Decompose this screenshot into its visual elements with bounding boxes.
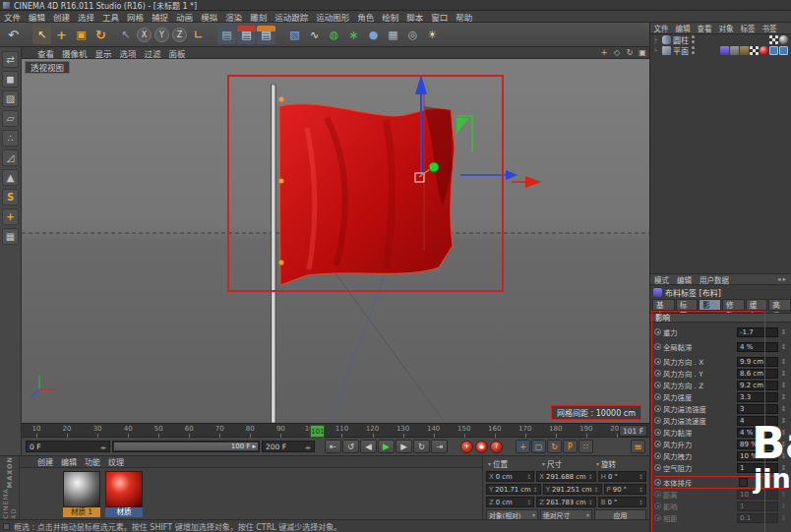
loop-button[interactable]: ↻: [413, 440, 430, 453]
toolbar-separator[interactable]: [111, 26, 115, 44]
animation-circle-icon[interactable]: [654, 502, 661, 509]
timeline-playhead[interactable]: 101: [310, 425, 325, 438]
attribute-tab[interactable]: 影响: [699, 299, 721, 311]
animation-circle-icon[interactable]: [654, 514, 661, 521]
parameter-stepper[interactable]: [780, 328, 787, 336]
menu-item[interactable]: 选择: [74, 11, 98, 23]
menu-item[interactable]: 模拟: [197, 11, 221, 23]
viewport-menu-item[interactable]: 显示: [91, 47, 116, 59]
parameter-value-field[interactable]: 1: [737, 502, 778, 511]
menu-item[interactable]: 网格: [123, 11, 148, 23]
record-parameter-toggle[interactable]: P: [563, 440, 578, 453]
add-primitive-button[interactable]: ▧: [285, 26, 304, 44]
position-field[interactable]: X0 cm↕: [486, 471, 534, 482]
position-field[interactable]: Z0 cm↕: [486, 497, 534, 507]
lock-z-axis-button[interactable]: Z: [172, 28, 187, 42]
menu-item[interactable]: 运动图形: [312, 11, 353, 23]
material-menu-item[interactable]: 纹理: [104, 456, 128, 467]
rotate-view-icon[interactable]: ↻: [625, 47, 635, 58]
parameter-value-field[interactable]: 4 %: [737, 342, 778, 352]
attribute-menu-item[interactable]: 编辑: [673, 274, 696, 285]
make-editable-button[interactable]: ⇄: [2, 51, 19, 68]
phong-tag[interactable]: [730, 46, 739, 55]
animation-circle-icon[interactable]: [654, 358, 661, 365]
parameter-stepper[interactable]: [780, 514, 787, 522]
history-nav-icons[interactable]: ◂▸: [777, 275, 791, 283]
animation-circle-icon[interactable]: [654, 491, 661, 498]
rotation-field[interactable]: P90 °↕: [604, 484, 646, 495]
visibility-dots[interactable]: [691, 46, 696, 55]
parameter-stepper[interactable]: [780, 358, 787, 366]
goto-end-button[interactable]: ⇥: [431, 440, 448, 453]
material-item[interactable]: 材质 1: [63, 471, 100, 517]
material-thumbnail[interactable]: [63, 471, 100, 507]
next-frame-button[interactable]: ▶: [396, 440, 412, 453]
size-field[interactable]: Y291.251 cm↕: [543, 484, 602, 495]
add-spline-button[interactable]: ∿: [305, 26, 324, 44]
animation-circle-icon[interactable]: [654, 328, 661, 335]
points-mode-button[interactable]: ∴: [2, 130, 19, 147]
play-button[interactable]: ▶: [378, 440, 395, 453]
material-menu-item[interactable]: 功能: [81, 456, 104, 467]
viewport-menu-item[interactable]: 选项: [116, 47, 141, 59]
attribute-tab[interactable]: 缓存: [746, 299, 768, 311]
parameter-row[interactable]: 风力强度 3.3: [654, 391, 787, 402]
texture-mode-button[interactable]: ▨: [2, 90, 19, 107]
animation-circle-icon[interactable]: [654, 343, 661, 350]
menu-item[interactable]: 编辑: [25, 11, 49, 23]
parameter-value-field[interactable]: 9.9 cm: [737, 357, 778, 367]
position-field[interactable]: Y201.71 cm↕: [486, 484, 541, 495]
zoom-view-icon[interactable]: ◇: [612, 47, 622, 58]
parameter-value-field[interactable]: 3.3: [737, 392, 778, 402]
lock-y-axis-button[interactable]: Y: [154, 28, 169, 42]
record-keyframe-button[interactable]: +: [460, 441, 473, 453]
viewport-menu-item[interactable]: 摄像机: [58, 47, 91, 59]
enable-snap-button[interactable]: S: [2, 189, 19, 206]
parameter-value-field[interactable]: 3: [737, 404, 778, 414]
animation-circle-icon[interactable]: [654, 417, 661, 424]
parameter-value-field[interactable]: -1.7: [737, 327, 778, 337]
parameter-row[interactable]: 风力方向 . Y 8.6 cm: [654, 368, 787, 379]
texture-checker-tag[interactable]: [750, 46, 759, 55]
undo-button[interactable]: ↶: [4, 26, 23, 44]
material-menu-item[interactable]: 创建: [33, 456, 57, 467]
rotation-field[interactable]: H0 °↕: [598, 471, 646, 482]
add-light-button[interactable]: ☀: [423, 26, 442, 44]
object-manager-menu-item[interactable]: 标签: [737, 23, 759, 33]
menu-item[interactable]: 工具: [98, 11, 123, 23]
parameter-checkbox[interactable]: [739, 478, 748, 487]
render-view-button[interactable]: ▤: [217, 26, 236, 44]
parameter-value-field[interactable]: 0.1: [737, 513, 778, 523]
workplane-lock-button[interactable]: ▦: [2, 228, 19, 245]
animation-circle-icon[interactable]: [654, 464, 661, 471]
record-rotation-toggle[interactable]: ↻: [547, 440, 562, 453]
menu-item[interactable]: 文件: [0, 11, 25, 23]
parameter-row[interactable]: 风力方向 . X 9.9 cm: [654, 356, 787, 367]
animation-circle-icon[interactable]: [654, 405, 661, 412]
parameter-row[interactable]: 相距 0.1: [654, 512, 787, 523]
parameter-row[interactable]: 影响 1: [654, 501, 787, 511]
render-settings-button[interactable]: ▤: [237, 26, 256, 44]
attribute-tab[interactable]: 基本: [652, 299, 675, 311]
menu-item[interactable]: 绘制: [378, 11, 402, 23]
add-deformer-button[interactable]: ∗: [344, 26, 363, 44]
size-field[interactable]: Z261.783 cm↕: [536, 497, 595, 507]
record-scale-toggle[interactable]: ▢: [531, 440, 546, 453]
animation-circle-icon[interactable]: [654, 393, 661, 400]
object-manager-menu-item[interactable]: 查看: [694, 23, 715, 33]
add-camera-button[interactable]: ◎: [403, 26, 422, 44]
record-pla-toggle[interactable]: ∷: [578, 440, 593, 453]
animation-circle-icon[interactable]: [654, 370, 661, 377]
parameter-row[interactable]: 风力湍流强度 3: [654, 403, 787, 414]
animation-circle-icon[interactable]: [654, 382, 661, 388]
model-mode-button[interactable]: ◼: [2, 71, 19, 88]
texture-checker-tag[interactable]: [769, 35, 778, 44]
material-tag-gray[interactable]: [779, 35, 788, 44]
add-environment-button[interactable]: ●: [364, 26, 383, 44]
attribute-tab[interactable]: 修整: [722, 299, 745, 311]
coordinate-system-button[interactable]: ∟: [189, 26, 208, 44]
object-manager-menu-item[interactable]: 对象: [715, 23, 737, 33]
rotate-button[interactable]: ↻: [91, 26, 110, 44]
rotation-field[interactable]: B0 °↕: [598, 497, 646, 507]
parameter-row[interactable]: 全局黏滞 4 %: [654, 341, 787, 352]
